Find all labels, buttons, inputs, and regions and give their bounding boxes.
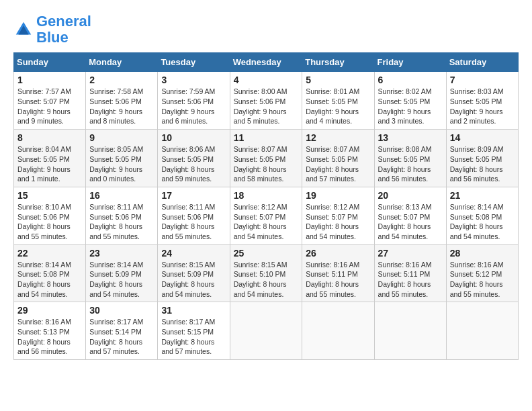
weekday-header: Monday (86, 53, 158, 72)
day-number: 19 (306, 190, 370, 201)
day-number: 25 (234, 248, 299, 259)
day-info: Sunrise: 8:09 AM Sunset: 5:05 PM Dayligh… (450, 144, 515, 184)
day-number: 20 (378, 190, 443, 201)
calendar-cell: 21Sunrise: 8:14 AM Sunset: 5:08 PM Dayli… (446, 187, 518, 244)
calendar-week-row: 1Sunrise: 7:57 AM Sunset: 5:07 PM Daylig… (14, 72, 519, 130)
calendar-cell: 8Sunrise: 8:04 AM Sunset: 5:05 PM Daylig… (14, 130, 86, 187)
day-info: Sunrise: 8:04 AM Sunset: 5:05 PM Dayligh… (17, 144, 82, 184)
weekday-header: Saturday (446, 53, 518, 72)
calendar-cell: 11Sunrise: 8:07 AM Sunset: 5:05 PM Dayli… (230, 130, 302, 187)
day-number: 9 (89, 132, 154, 143)
day-number: 3 (161, 75, 226, 85)
calendar-cell: 2Sunrise: 7:58 AM Sunset: 5:06 PM Daylig… (86, 72, 158, 130)
day-info: Sunrise: 8:10 AM Sunset: 5:06 PM Dayligh… (17, 202, 82, 242)
day-info: Sunrise: 8:01 AM Sunset: 5:05 PM Dayligh… (306, 87, 370, 126)
logo-icon (13, 19, 34, 40)
day-number: 11 (234, 132, 299, 143)
calendar-cell: 26Sunrise: 8:16 AM Sunset: 5:11 PM Dayli… (302, 244, 374, 302)
calendar-cell: 30Sunrise: 8:17 AM Sunset: 5:14 PM Dayli… (86, 302, 158, 360)
day-number: 6 (378, 75, 443, 85)
logo-text: General Blue (36, 13, 91, 46)
day-number: 4 (234, 75, 299, 85)
page-header: General Blue (13, 13, 519, 46)
day-info: Sunrise: 8:07 AM Sunset: 5:05 PM Dayligh… (306, 144, 370, 184)
calendar-cell: 12Sunrise: 8:07 AM Sunset: 5:05 PM Dayli… (302, 130, 374, 187)
day-number: 16 (89, 190, 154, 201)
calendar-cell: 4Sunrise: 8:00 AM Sunset: 5:06 PM Daylig… (230, 72, 302, 130)
day-info: Sunrise: 8:14 AM Sunset: 5:09 PM Dayligh… (89, 260, 154, 300)
weekday-header: Sunday (14, 53, 86, 72)
day-number: 22 (17, 248, 82, 259)
day-info: Sunrise: 8:06 AM Sunset: 5:05 PM Dayligh… (161, 144, 226, 184)
day-info: Sunrise: 8:07 AM Sunset: 5:05 PM Dayligh… (234, 144, 299, 184)
day-info: Sunrise: 8:16 AM Sunset: 5:11 PM Dayligh… (306, 260, 370, 300)
day-number: 30 (89, 305, 154, 316)
day-number: 8 (17, 132, 82, 143)
day-info: Sunrise: 8:05 AM Sunset: 5:05 PM Dayligh… (89, 144, 154, 184)
day-number: 28 (450, 248, 515, 259)
day-info: Sunrise: 8:14 AM Sunset: 5:08 PM Dayligh… (17, 260, 82, 300)
calendar-cell: 31Sunrise: 8:17 AM Sunset: 5:15 PM Dayli… (158, 302, 230, 360)
calendar-cell: 7Sunrise: 8:03 AM Sunset: 5:05 PM Daylig… (446, 72, 518, 130)
weekday-header: Thursday (302, 53, 374, 72)
day-info: Sunrise: 8:12 AM Sunset: 5:07 PM Dayligh… (306, 202, 370, 242)
calendar-cell: 27Sunrise: 8:16 AM Sunset: 5:11 PM Dayli… (374, 244, 446, 302)
day-info: Sunrise: 8:00 AM Sunset: 5:06 PM Dayligh… (234, 87, 299, 126)
day-number: 18 (234, 190, 299, 201)
calendar-cell: 15Sunrise: 8:10 AM Sunset: 5:06 PM Dayli… (14, 187, 86, 244)
calendar-cell: 22Sunrise: 8:14 AM Sunset: 5:08 PM Dayli… (14, 244, 86, 302)
day-info: Sunrise: 8:08 AM Sunset: 5:05 PM Dayligh… (378, 144, 443, 184)
calendar-cell: 5Sunrise: 8:01 AM Sunset: 5:05 PM Daylig… (302, 72, 374, 130)
weekday-header: Friday (374, 53, 446, 72)
day-number: 14 (450, 132, 515, 143)
day-info: Sunrise: 8:15 AM Sunset: 5:10 PM Dayligh… (234, 260, 299, 300)
calendar-cell: 9Sunrise: 8:05 AM Sunset: 5:05 PM Daylig… (86, 130, 158, 187)
calendar-cell: 29Sunrise: 8:16 AM Sunset: 5:13 PM Dayli… (14, 302, 86, 360)
calendar-cell: 14Sunrise: 8:09 AM Sunset: 5:05 PM Dayli… (446, 130, 518, 187)
logo: General Blue (13, 13, 91, 46)
day-info: Sunrise: 8:13 AM Sunset: 5:07 PM Dayligh… (378, 202, 443, 242)
calendar-cell: 13Sunrise: 8:08 AM Sunset: 5:05 PM Dayli… (374, 130, 446, 187)
calendar-week-row: 22Sunrise: 8:14 AM Sunset: 5:08 PM Dayli… (14, 244, 519, 302)
day-info: Sunrise: 8:03 AM Sunset: 5:05 PM Dayligh… (450, 87, 515, 126)
day-number: 2 (89, 75, 154, 85)
calendar-cell: 16Sunrise: 8:11 AM Sunset: 5:06 PM Dayli… (86, 187, 158, 244)
day-number: 21 (450, 190, 515, 201)
day-number: 27 (378, 248, 443, 259)
calendar-cell: 17Sunrise: 8:11 AM Sunset: 5:06 PM Dayli… (158, 187, 230, 244)
day-number: 5 (306, 75, 370, 85)
calendar-cell: 23Sunrise: 8:14 AM Sunset: 5:09 PM Dayli… (86, 244, 158, 302)
day-info: Sunrise: 8:16 AM Sunset: 5:11 PM Dayligh… (378, 260, 443, 300)
calendar-week-row: 29Sunrise: 8:16 AM Sunset: 5:13 PM Dayli… (14, 302, 519, 360)
day-info: Sunrise: 8:02 AM Sunset: 5:05 PM Dayligh… (378, 87, 443, 126)
day-number: 1 (17, 75, 82, 85)
calendar-cell (302, 302, 374, 360)
day-info: Sunrise: 8:11 AM Sunset: 5:06 PM Dayligh… (89, 202, 154, 242)
day-info: Sunrise: 8:11 AM Sunset: 5:06 PM Dayligh… (161, 202, 226, 242)
calendar-cell: 24Sunrise: 8:15 AM Sunset: 5:09 PM Dayli… (158, 244, 230, 302)
weekday-header: Wednesday (230, 53, 302, 72)
day-number: 31 (161, 305, 226, 316)
day-info: Sunrise: 8:17 AM Sunset: 5:15 PM Dayligh… (161, 317, 226, 357)
calendar-week-row: 8Sunrise: 8:04 AM Sunset: 5:05 PM Daylig… (14, 130, 519, 187)
calendar-cell: 25Sunrise: 8:15 AM Sunset: 5:10 PM Dayli… (230, 244, 302, 302)
calendar-cell: 19Sunrise: 8:12 AM Sunset: 5:07 PM Dayli… (302, 187, 374, 244)
calendar-cell: 18Sunrise: 8:12 AM Sunset: 5:07 PM Dayli… (230, 187, 302, 244)
calendar-cell (374, 302, 446, 360)
day-info: Sunrise: 7:59 AM Sunset: 5:06 PM Dayligh… (161, 87, 226, 126)
day-number: 29 (17, 305, 82, 316)
calendar-cell (230, 302, 302, 360)
calendar-cell: 20Sunrise: 8:13 AM Sunset: 5:07 PM Dayli… (374, 187, 446, 244)
calendar-cell: 3Sunrise: 7:59 AM Sunset: 5:06 PM Daylig… (158, 72, 230, 130)
day-number: 13 (378, 132, 443, 143)
calendar-cell: 28Sunrise: 8:16 AM Sunset: 5:12 PM Dayli… (446, 244, 518, 302)
day-number: 12 (306, 132, 370, 143)
day-number: 15 (17, 190, 82, 201)
day-info: Sunrise: 8:12 AM Sunset: 5:07 PM Dayligh… (234, 202, 299, 242)
day-number: 10 (161, 132, 226, 143)
day-number: 23 (89, 248, 154, 259)
day-info: Sunrise: 8:14 AM Sunset: 5:08 PM Dayligh… (450, 202, 515, 242)
day-info: Sunrise: 8:17 AM Sunset: 5:14 PM Dayligh… (89, 317, 154, 357)
calendar-week-row: 15Sunrise: 8:10 AM Sunset: 5:06 PM Dayli… (14, 187, 519, 244)
calendar-cell (446, 302, 518, 360)
